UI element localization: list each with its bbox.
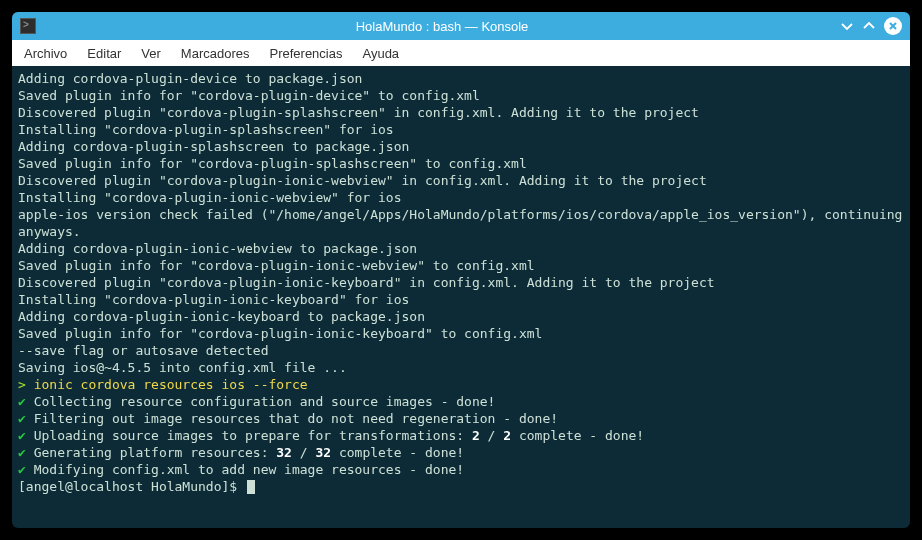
- check-icon: ✔: [18, 394, 26, 409]
- window-controls: [840, 17, 902, 35]
- terminal-line: ✔ Generating platform resources: 32 / 32…: [18, 444, 904, 461]
- check-icon: ✔: [18, 445, 26, 460]
- menu-editar[interactable]: Editar: [87, 46, 121, 61]
- terminal-line: ✔ Collecting resource configuration and …: [18, 393, 904, 410]
- terminal-line: --save flag or autosave detected: [18, 342, 904, 359]
- maximize-icon[interactable]: [862, 19, 876, 33]
- terminal-line: Installing "cordova-plugin-ionic-webview…: [18, 189, 904, 206]
- check-icon: ✔: [18, 462, 26, 477]
- check-icon: ✔: [18, 428, 26, 443]
- terminal-line: Adding cordova-plugin-ionic-keyboard to …: [18, 308, 904, 325]
- terminal-line: Discovered plugin "cordova-plugin-splash…: [18, 104, 904, 121]
- terminal-line: Discovered plugin "cordova-plugin-ionic-…: [18, 274, 904, 291]
- terminal-line: ✔ Uploading source images to prepare for…: [18, 427, 904, 444]
- terminal-line: apple-ios version check failed ("/home/a…: [18, 206, 904, 240]
- terminal-line: ✔ Modifying config.xml to add new image …: [18, 461, 904, 478]
- terminal-line: Saved plugin info for "cordova-plugin-io…: [18, 325, 904, 342]
- menubar: Archivo Editar Ver Marcadores Preferenci…: [12, 40, 910, 66]
- terminal-line: Adding cordova-plugin-ionic-webview to p…: [18, 240, 904, 257]
- terminal-line: Installing "cordova-plugin-ionic-keyboar…: [18, 291, 904, 308]
- window-title: HolaMundo : bash — Konsole: [44, 19, 840, 34]
- terminal-body[interactable]: Adding cordova-plugin-device to package.…: [12, 66, 910, 528]
- close-icon[interactable]: [884, 17, 902, 35]
- menu-ver[interactable]: Ver: [141, 46, 161, 61]
- terminal-line: Saved plugin info for "cordova-plugin-io…: [18, 257, 904, 274]
- titlebar[interactable]: HolaMundo : bash — Konsole: [12, 12, 910, 40]
- window: HolaMundo : bash — Konsole Archivo Edita…: [12, 12, 910, 528]
- check-icon: ✔: [18, 411, 26, 426]
- menu-ayuda[interactable]: Ayuda: [362, 46, 399, 61]
- terminal-line: Saved plugin info for "cordova-plugin-sp…: [18, 155, 904, 172]
- terminal-line: Installing "cordova-plugin-splashscreen"…: [18, 121, 904, 138]
- menu-archivo[interactable]: Archivo: [24, 46, 67, 61]
- terminal-line: > ionic cordova resources ios --force: [18, 376, 904, 393]
- terminal-line: Adding cordova-plugin-splashscreen to pa…: [18, 138, 904, 155]
- cursor-icon: [247, 480, 255, 494]
- terminal-line: Adding cordova-plugin-device to package.…: [18, 70, 904, 87]
- minimize-icon[interactable]: [840, 19, 854, 33]
- menu-marcadores[interactable]: Marcadores: [181, 46, 250, 61]
- terminal-line: ✔ Filtering out image resources that do …: [18, 410, 904, 427]
- terminal-line: [angel@localhost HolaMundo]$: [18, 478, 904, 495]
- terminal-line: Saved plugin info for "cordova-plugin-de…: [18, 87, 904, 104]
- app-icon: [20, 18, 36, 34]
- terminal-line: Saving ios@~4.5.5 into config.xml file .…: [18, 359, 904, 376]
- terminal-line: Discovered plugin "cordova-plugin-ionic-…: [18, 172, 904, 189]
- menu-preferencias[interactable]: Preferencias: [269, 46, 342, 61]
